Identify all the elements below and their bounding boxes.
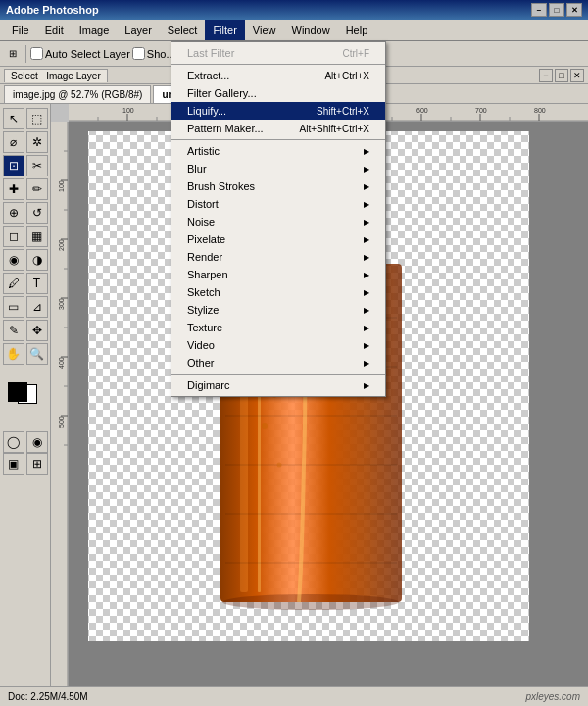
toolbar-btn-1[interactable]: ⊞ <box>4 44 22 64</box>
close-button[interactable]: ✕ <box>566 3 582 17</box>
menu-help[interactable]: Help <box>338 20 376 40</box>
tool-screenmode[interactable]: ▣ <box>3 453 24 475</box>
extra-tools: ◯ ◉ ▣ ⊞ <box>3 431 48 475</box>
tool-magic-wand[interactable]: ✲ <box>26 131 48 153</box>
show-bbox-checkbox[interactable]: Sho... <box>132 47 175 60</box>
tool-screenmode2[interactable]: ⊞ <box>26 453 48 475</box>
tool-hand[interactable]: ✋ <box>3 343 24 365</box>
filter-brush-strokes[interactable]: Brush Strokes <box>172 177 385 195</box>
filter-render[interactable]: Render <box>172 248 385 266</box>
pattern-label: Pattern Maker... <box>187 123 264 134</box>
filter-sketch[interactable]: Sketch <box>172 283 385 301</box>
menu-image[interactable]: Image <box>72 20 118 40</box>
filter-pixelate[interactable]: Pixelate <box>172 230 385 248</box>
auto-select-checkbox[interactable]: Auto Select Layer <box>30 47 130 60</box>
tool-blur[interactable]: ◉ <box>3 249 24 271</box>
svg-text:500: 500 <box>58 416 65 428</box>
tool-zoom[interactable]: 🔍 <box>26 343 48 365</box>
filter-texture[interactable]: Texture <box>172 319 385 336</box>
tool-dodge[interactable]: ◑ <box>26 249 48 271</box>
filter-video[interactable]: Video <box>172 336 385 354</box>
show-bbox-input[interactable] <box>132 47 145 60</box>
svg-point-62 <box>222 594 399 610</box>
tool-crop[interactable]: ⊡ <box>3 155 24 176</box>
layer-ctrl-minimize[interactable]: − <box>539 69 553 82</box>
tool-pen[interactable]: 🖊 <box>3 273 24 294</box>
svg-text:200: 200 <box>58 239 65 251</box>
tool-eraser[interactable]: ◻ <box>3 226 24 247</box>
filter-extract[interactable]: Extract... Alt+Ctrl+X <box>172 67 385 84</box>
filter-digimarc[interactable]: Digimarc <box>172 377 385 394</box>
tool-row-7: ◉ ◑ <box>3 249 48 271</box>
tool-brush[interactable]: ✏ <box>26 178 48 200</box>
ruler-left: 100 200 300 400 500 <box>51 122 69 702</box>
foreground-color[interactable] <box>8 382 27 402</box>
menu-layer[interactable]: Layer <box>117 20 160 40</box>
svg-point-59 <box>262 423 268 429</box>
tool-select[interactable]: ⬚ <box>26 108 48 129</box>
tool-heal[interactable]: ✚ <box>3 178 24 200</box>
filter-blur[interactable]: Blur <box>172 160 385 177</box>
menu-select[interactable]: Select <box>160 20 206 40</box>
other-label: Other <box>187 357 215 369</box>
tool-move[interactable]: ↖ <box>3 108 24 129</box>
artistic-label: Artistic <box>187 145 220 157</box>
filter-stylize[interactable]: Stylize <box>172 301 385 319</box>
svg-text:100: 100 <box>58 180 65 192</box>
tool-eyedropper[interactable]: ✥ <box>26 320 48 341</box>
tool-path[interactable]: ⊿ <box>26 296 48 318</box>
filter-other[interactable]: Other <box>172 354 385 372</box>
blur-label: Blur <box>187 163 207 175</box>
menu-window[interactable]: Window <box>284 20 338 40</box>
extract-label: Extract... <box>187 70 229 81</box>
auto-select-input[interactable] <box>30 47 43 60</box>
layer-ctrl-maximize[interactable]: □ <box>555 69 568 82</box>
filter-sharpen[interactable]: Sharpen <box>172 266 385 283</box>
tool-history[interactable]: ↺ <box>26 202 48 224</box>
last-filter-shortcut: Ctrl+F <box>343 48 370 59</box>
menu-file[interactable]: File <box>4 20 37 40</box>
auto-select-label: Auto Select Layer <box>45 48 130 60</box>
filter-pattern-maker[interactable]: Pattern Maker... Alt+Shift+Ctrl+X <box>172 120 385 137</box>
svg-text:300: 300 <box>58 298 65 310</box>
menu-filter[interactable]: Filter <box>205 20 244 40</box>
tool-lasso[interactable]: ⌀ <box>3 131 24 153</box>
sharpen-label: Sharpen <box>187 269 228 280</box>
tool-quickmask[interactable]: ◉ <box>26 431 48 453</box>
menu-edit[interactable]: Edit <box>37 20 72 40</box>
texture-label: Texture <box>187 322 222 333</box>
stylize-label: Stylize <box>187 304 219 316</box>
tool-gradient[interactable]: ▦ <box>26 226 48 247</box>
tool-shape[interactable]: ▭ <box>3 296 24 318</box>
svg-text:400: 400 <box>58 357 65 369</box>
filter-gallery[interactable]: Filter Gallery... <box>172 84 385 102</box>
svg-text:600: 600 <box>416 107 428 114</box>
filter-dropdown-menu: Last Filter Ctrl+F Extract... Alt+Ctrl+X… <box>171 41 386 397</box>
tool-notes[interactable]: ✎ <box>3 320 24 341</box>
doc-tab-1[interactable]: image.jpg @ 52.7% (RGB/8#) <box>4 85 151 103</box>
filter-distort[interactable]: Distort <box>172 195 385 213</box>
layer-ctrl-close[interactable]: ✕ <box>570 69 584 82</box>
gallery-label: Filter Gallery... <box>187 87 257 99</box>
filter-liquify[interactable]: Liquify... Shift+Ctrl+X <box>172 102 385 120</box>
maximize-button[interactable]: □ <box>549 3 564 17</box>
filter-noise[interactable]: Noise <box>172 213 385 230</box>
tool-clone[interactable]: ⊕ <box>3 202 24 224</box>
distort-label: Distort <box>187 198 219 210</box>
tool-slice[interactable]: ✂ <box>26 155 48 176</box>
filter-sep-3 <box>172 374 385 375</box>
tool-mask[interactable]: ◯ <box>3 431 24 453</box>
minimize-button[interactable]: − <box>531 3 547 17</box>
filter-last-filter[interactable]: Last Filter Ctrl+F <box>172 44 385 62</box>
image-layer-tab[interactable]: Select Image Layer <box>4 69 108 82</box>
tool-row-8: 🖊 T <box>3 273 48 294</box>
tool-row-extra: ◯ ◉ <box>3 431 48 453</box>
title-bar: Adobe Photoshop − □ ✕ <box>0 0 588 20</box>
filter-artistic[interactable]: Artistic <box>172 142 385 160</box>
tool-row-5: ⊕ ↺ <box>3 202 48 224</box>
menu-bar: File Edit Image Layer Select Filter View… <box>0 20 588 41</box>
menu-view[interactable]: View <box>245 20 284 40</box>
tool-row-3: ⊡ ✂ <box>3 155 48 176</box>
status-bar: Doc: 2.25M/4.50M pxleyes.com <box>0 686 588 706</box>
tool-text[interactable]: T <box>26 273 48 294</box>
